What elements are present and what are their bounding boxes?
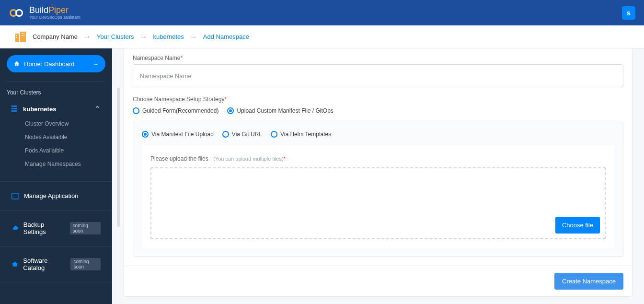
catalog-icon xyxy=(12,261,18,268)
upload-files-label: Please upload the files xyxy=(150,155,208,162)
svg-rect-10 xyxy=(12,193,19,199)
sidebar-sub-nodes[interactable]: Nodes Availaible xyxy=(0,130,112,144)
radio-icon xyxy=(133,107,139,114)
radio-via-helm[interactable]: Via Helm Templates xyxy=(271,131,331,138)
sidebar-item-backup-settings[interactable]: Backup Settings coming soon xyxy=(0,219,112,237)
radio-via-manifest[interactable]: Via Manifest File Upload xyxy=(142,131,214,138)
breadcrumb-add-namespace[interactable]: Add Namespace xyxy=(203,33,249,40)
svg-rect-3 xyxy=(20,32,26,42)
sidebar-sub-manage-namespaces[interactable]: Manage Namespaces xyxy=(0,157,112,171)
svg-rect-5 xyxy=(16,37,17,38)
svg-rect-4 xyxy=(16,35,17,36)
radio-icon xyxy=(227,107,234,114)
choose-file-button[interactable]: Choose file xyxy=(555,217,600,234)
svg-rect-9 xyxy=(23,35,24,36)
form-footer: Create Namespace xyxy=(124,266,632,296)
breadcrumb-clusters[interactable]: Your Clusters xyxy=(97,33,134,40)
home-icon xyxy=(13,60,20,67)
radio-icon xyxy=(271,131,277,138)
radio-guided-form[interactable]: Guided Form(Recommended) xyxy=(133,107,218,114)
sidebar: Home: Dashboard → Your Clusters kubernet… xyxy=(0,48,112,304)
breadcrumb-company: Company Name xyxy=(33,33,78,40)
radio-icon xyxy=(142,131,149,138)
strategy-label: Choose Namespace Setup Strategy* xyxy=(133,96,623,103)
radio-via-git[interactable]: Via Git URL xyxy=(222,131,262,138)
company-icon xyxy=(14,32,27,42)
home-dashboard-button[interactable]: Home: Dashboard → xyxy=(7,55,105,72)
sidebar-item-software-catalog[interactable]: Software Catalog coming soon xyxy=(0,255,112,273)
coming-soon-badge: coming soon xyxy=(70,222,101,234)
logo-icon xyxy=(9,7,25,19)
radio-upload-manifest[interactable]: Upload Custom Manifest File / GitOps xyxy=(227,107,333,114)
application-icon xyxy=(12,193,19,199)
breadcrumb-kubernetes[interactable]: kubernetes xyxy=(153,33,184,40)
chevron-up-icon: ⌃ xyxy=(94,105,101,113)
namespace-name-label: Namespace Name* xyxy=(133,55,623,61)
sidebar-sub-pods[interactable]: Pods Availaible xyxy=(0,144,112,157)
main-content: Namespace Name* Choose Namespace Setup S… xyxy=(112,48,644,304)
top-header: BuildPiper Your DevSecOps assistant s xyxy=(0,0,644,25)
logo[interactable]: BuildPiper Your DevSecOps assistant xyxy=(9,6,80,20)
arrow-right-icon: → xyxy=(83,33,91,41)
user-avatar[interactable]: s xyxy=(622,6,635,20)
cloud-icon xyxy=(12,225,19,232)
arrow-right-icon: → xyxy=(140,33,148,41)
grid-icon xyxy=(12,105,18,112)
create-namespace-button[interactable]: Create Namespace xyxy=(554,273,623,290)
svg-rect-8 xyxy=(22,35,23,36)
sidebar-item-manage-application[interactable]: Manage Application xyxy=(0,190,112,201)
arrow-right-icon: → xyxy=(92,60,99,68)
coming-soon-badge: coming soon xyxy=(70,258,101,270)
file-dropzone[interactable]: Choose file xyxy=(150,167,606,239)
logo-text: BuildPiper Your DevSecOps assistant xyxy=(29,6,80,20)
radio-icon xyxy=(222,131,229,138)
arrow-right-icon: → xyxy=(190,33,197,41)
sidebar-section-clusters: Your Clusters xyxy=(0,87,112,101)
svg-rect-6 xyxy=(22,33,23,34)
svg-rect-7 xyxy=(23,33,24,34)
breadcrumb: Company Name → Your Clusters → kubernete… xyxy=(0,25,644,48)
sidebar-sub-cluster-overview[interactable]: Cluster Overview xyxy=(0,117,112,130)
scrollbar[interactable] xyxy=(117,88,120,227)
namespace-name-input[interactable] xyxy=(133,64,623,87)
upload-hint: (You can upload multiple files)* xyxy=(213,156,286,162)
upload-method-box: Via Manifest File Upload Via Git URL Via… xyxy=(133,122,623,257)
sidebar-item-kubernetes[interactable]: kubernetes ⌃ xyxy=(0,101,112,117)
